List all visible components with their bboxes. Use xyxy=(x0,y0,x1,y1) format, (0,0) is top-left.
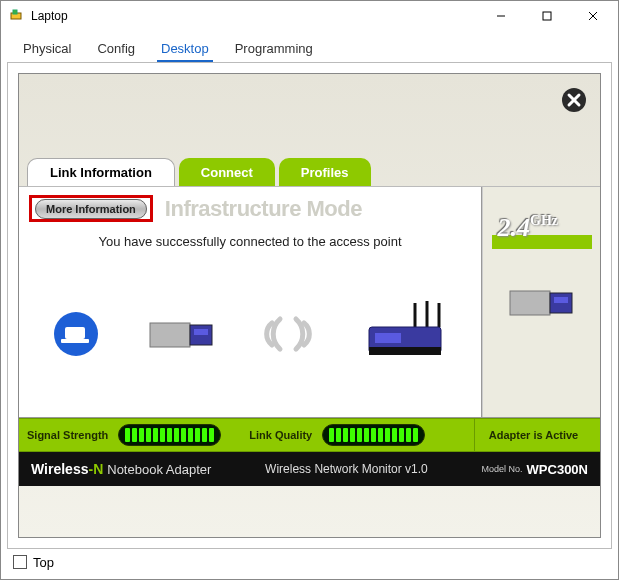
adapter-card-small-icon xyxy=(506,279,578,328)
client-area: Physical Config Desktop Programming Link… xyxy=(1,31,618,579)
mtab-connect[interactable]: Connect xyxy=(179,158,275,186)
svg-rect-19 xyxy=(369,347,441,355)
monitor-tabs: Link Information Connect Profiles xyxy=(19,156,600,186)
product-name: Notebook Adapter xyxy=(107,462,211,477)
tab-physical[interactable]: Physical xyxy=(19,37,75,62)
laptop-icon xyxy=(51,309,101,362)
top-checkbox-label: Top xyxy=(33,555,54,570)
monitor-main: More Information Infrastructure Mode You… xyxy=(19,186,600,418)
link-quality-label: Link Quality xyxy=(249,429,312,441)
model-number: WPC300N xyxy=(527,462,588,477)
meter-strip: Signal Strength Link Quality Adapter is … xyxy=(19,418,600,452)
footer-strip: Wireless-N Notebook Adapter Wireless Net… xyxy=(19,452,600,486)
success-message: You have successfully connected to the a… xyxy=(19,224,481,249)
device-row xyxy=(19,249,481,417)
maximize-button[interactable] xyxy=(524,2,570,30)
wifi-signal-icon xyxy=(260,309,316,362)
desktop-panel: Link Information Connect Profiles More I… xyxy=(7,62,612,549)
monitor-left-pane: More Information Infrastructure Mode You… xyxy=(19,187,482,417)
svg-rect-12 xyxy=(150,323,190,347)
top-checkbox[interactable] xyxy=(13,555,27,569)
signal-strength-meter xyxy=(118,424,221,446)
minimize-button[interactable] xyxy=(478,2,524,30)
monitor-right-pane: 2.4GHz xyxy=(482,187,600,417)
mtab-link-info[interactable]: Link Information xyxy=(27,158,175,186)
svg-rect-21 xyxy=(510,291,550,315)
more-information-button[interactable]: More Information xyxy=(35,199,147,219)
close-icon[interactable] xyxy=(560,86,588,114)
svg-rect-10 xyxy=(65,327,85,339)
svg-rect-1 xyxy=(13,10,17,14)
monitor-name: Wireless Network Monitor v1.0 xyxy=(211,462,481,476)
svg-rect-20 xyxy=(375,333,401,343)
mode-title: Infrastructure Mode xyxy=(165,196,471,222)
monitor-header-area xyxy=(19,74,600,156)
wireless-monitor: Link Information Connect Profiles More I… xyxy=(18,73,601,538)
close-button[interactable] xyxy=(570,2,616,30)
svg-rect-11 xyxy=(61,339,89,343)
laptop-window: Laptop Physical Config Desktop Programmi… xyxy=(0,0,619,580)
mtab-profiles[interactable]: Profiles xyxy=(279,158,371,186)
svg-rect-23 xyxy=(554,297,568,303)
adapter-card-icon xyxy=(146,311,216,360)
svg-rect-14 xyxy=(194,329,208,335)
frequency-indicator: 2.4GHz xyxy=(492,215,592,255)
adapter-status: Adapter is Active xyxy=(474,419,592,451)
tab-programming[interactable]: Programming xyxy=(231,37,317,62)
brand-text-a: Wireless xyxy=(31,461,88,477)
svg-rect-3 xyxy=(543,12,551,20)
brand-text-b: -N xyxy=(88,461,103,477)
bottom-bar: Top xyxy=(7,549,612,575)
link-quality-meter xyxy=(322,424,425,446)
model-label: Model No. xyxy=(482,464,523,474)
window-title: Laptop xyxy=(31,9,478,23)
app-tabstrip: Physical Config Desktop Programming xyxy=(7,37,612,63)
router-icon xyxy=(361,299,449,372)
titlebar: Laptop xyxy=(1,1,618,31)
more-info-highlight: More Information xyxy=(29,195,153,222)
tab-desktop[interactable]: Desktop xyxy=(157,37,213,62)
signal-strength-label: Signal Strength xyxy=(27,429,108,441)
tab-config[interactable]: Config xyxy=(93,37,139,62)
app-icon xyxy=(9,8,25,24)
